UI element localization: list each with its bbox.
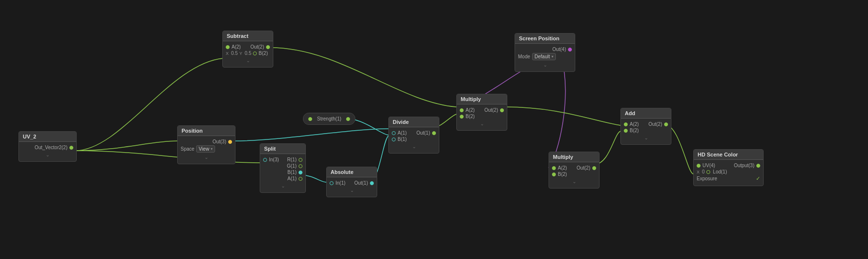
port-divide-a-in[interactable] [392,131,396,135]
port-absolute-out[interactable] [370,181,374,185]
node-split[interactable]: Split In(3) R(1) G(1) B(1) A(1) ⌄ [260,143,306,193]
node-hdscenecolor[interactable]: HD Scene Color UV(4) Output(3) X 0 Lod(1… [693,149,764,186]
node-screenpos-out: Out(4) [518,47,572,52]
port-screenpos-out[interactable] [568,48,572,52]
node-divide-a: A(1) Out(1) [392,130,436,136]
node-position-title: Position [178,126,235,136]
node-multiply2[interactable]: Multiply A(2) Out(2) B(2) ⌄ [549,152,600,189]
node-multiply1-a: A(2) Out(2) [460,107,504,113]
node-subtract-a: A(2) Out(2) [226,44,270,50]
node-absolute-io: In(1) Out(1) [330,180,374,186]
port-split-r-out[interactable] [299,158,302,162]
node-divide-title: Divide [389,117,439,127]
node-uv2-chevron[interactable]: ⌄ [22,151,73,158]
node-multiply2-a: A(2) Out(2) [552,165,596,171]
port-divide-b-in[interactable] [392,138,396,141]
port-split-b-out[interactable] [299,171,302,174]
port-multiply2-out[interactable] [592,166,596,170]
port-subtract-out[interactable] [266,45,270,49]
port-position-out[interactable] [228,140,232,144]
node-split-title: Split [260,144,305,154]
node-split-chevron[interactable]: ⌄ [263,182,302,190]
port-add-a-in[interactable] [624,122,628,126]
node-screenpos[interactable]: Screen Position Out(4) Mode Default ▾ ⌄ [515,33,575,72]
node-subtract-b: X 0.5 Y 0.5 B(2) [226,51,270,56]
node-hd-uv: UV(4) Output(3) [697,163,760,168]
node-split-b: B(1) [263,170,302,175]
node-absolute[interactable]: Absolute In(1) Out(1) ⌄ [326,167,377,197]
port-uv2-out[interactable] [69,146,73,150]
node-uv2-title: UV_2 [19,132,76,142]
node-add[interactable]: Add A(2) Out(2) B(2) ⌄ [620,108,671,145]
node-add-b: B(2) [624,128,668,133]
node-hd-x-row: X 0 Lod(1) [697,169,760,174]
port-subtract-b-in[interactable] [253,52,257,55]
port-strength-in[interactable] [308,117,312,121]
port-hd-lod-in[interactable] [706,170,710,174]
node-hd-exposure-row: Exposure ✓ [697,175,760,182]
node-screenpos-dropdown-row: Mode Default ▾ [518,53,572,60]
node-hdscenecolor-title: HD Scene Color [694,150,763,160]
port-absolute-in[interactable] [330,181,334,185]
port-hd-output-out[interactable] [756,164,760,168]
node-add-a: A(2) Out(2) [624,121,668,127]
node-subtract-title: Subtract [223,31,273,41]
node-subtract-chevron[interactable]: ⌄ [226,57,270,64]
node-multiply1-title: Multiply [457,94,507,104]
node-strength-row: Strength(1) [308,116,350,121]
node-screenpos-title: Screen Position [515,34,575,44]
node-divide-chevron[interactable]: ⌄ [392,143,436,150]
node-absolute-title: Absolute [327,167,377,177]
node-position-chevron[interactable]: ⌄ [181,154,232,161]
node-uv2[interactable]: UV_2 Out_Vector2(2) ⌄ [18,131,77,162]
node-screenpos-mode-dropdown[interactable]: Default ▾ [532,53,556,60]
node-split-in: In(3) R(1) [263,157,302,162]
node-strength[interactable]: Strength(1) [303,113,355,125]
node-position[interactable]: Position Out(3) Space View ▾ ⌄ [177,125,235,164]
port-split-in[interactable] [263,158,267,162]
node-multiply1-b: B(2) [460,114,504,119]
node-position-out: Out(3) [181,139,232,144]
node-position-space-dropdown[interactable]: View ▾ [196,145,215,153]
port-hd-uv-in[interactable] [697,164,701,168]
port-split-a-out[interactable] [299,177,302,181]
node-absolute-chevron[interactable]: ⌄ [330,187,374,194]
node-add-chevron[interactable]: ⌄ [624,134,668,141]
port-strength-out[interactable] [346,117,350,121]
node-multiply1[interactable]: Multiply A(2) Out(2) B(2) ⌄ [456,94,507,131]
port-multiply1-a-in[interactable] [460,108,464,112]
port-split-g-out[interactable] [299,164,302,168]
port-multiply1-b-in[interactable] [460,115,464,119]
port-add-b-in[interactable] [624,129,628,133]
port-subtract-a-in[interactable] [226,45,230,49]
port-multiply2-a-in[interactable] [552,166,556,170]
node-subtract[interactable]: Subtract A(2) Out(2) X 0.5 Y 0.5 B(2) ⌄ [222,31,273,68]
node-split-g: G(1) [263,163,302,169]
node-divide[interactable]: Divide A(1) Out(1) B(1) ⌄ [388,117,439,154]
node-position-dropdown-row: Space View ▾ [181,145,232,153]
node-divide-b: B(1) [392,137,436,142]
node-add-title: Add [621,108,671,119]
node-hd-exposure-check: ✓ [756,175,760,182]
node-uv2-output: Out_Vector2(2) [22,145,73,150]
node-screenpos-chevron[interactable]: ⌄ [518,61,572,69]
node-multiply2-b: B(2) [552,172,596,177]
node-multiply2-title: Multiply [549,152,599,162]
port-multiply2-b-in[interactable] [552,173,556,176]
port-add-out[interactable] [664,122,668,126]
port-divide-out[interactable] [432,131,436,135]
port-multiply1-out[interactable] [500,108,504,112]
node-multiply2-chevron[interactable]: ⌄ [552,178,596,185]
node-multiply1-chevron[interactable]: ⌄ [460,120,504,127]
node-split-a: A(1) [263,176,302,181]
